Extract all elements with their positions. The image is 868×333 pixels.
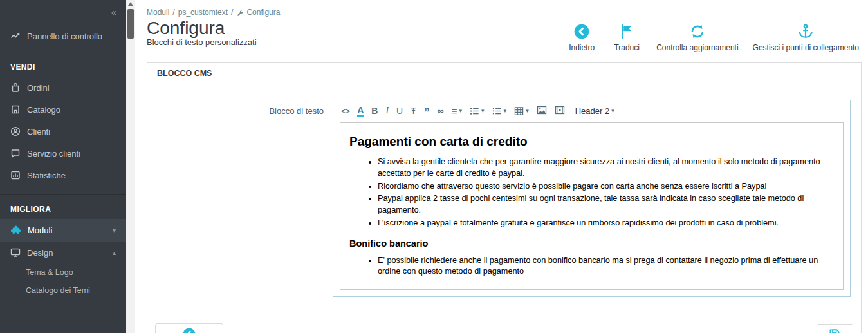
sidebar-item-catalog[interactable]: Catalogo (0, 99, 126, 120)
main-content: Moduli / ps_customtext / Configura Confi… (135, 0, 868, 333)
numbered-list-dropdown[interactable]: ▾ (492, 106, 507, 116)
back-to-list-button[interactable]: Torna alla lista (155, 323, 223, 333)
bold-button[interactable]: B (371, 106, 378, 115)
caret-down-icon: ▾ (611, 108, 614, 114)
sidebar-item-label: Catalogo (27, 105, 60, 115)
flag-icon (618, 23, 635, 40)
caret-down-icon: ▾ (459, 108, 463, 114)
page-title: Configura (147, 18, 257, 39)
translate-action-button[interactable]: Traduci (611, 23, 642, 52)
sidebar-section-improve: MIGLIORA (0, 195, 126, 219)
caret-down-icon: ▾ (481, 108, 485, 114)
action-label: Gestisci i punti di collegamento (753, 43, 859, 52)
scrollbar-thumb[interactable] (127, 9, 134, 39)
sidebar-item-label: Statistiche (27, 171, 66, 180)
sidebar-item-orders[interactable]: Ordini (0, 77, 126, 99)
monitor-icon (10, 247, 21, 258)
save-floppy-icon (828, 328, 841, 333)
sidebar-item-label: Servizio clienti (27, 149, 80, 158)
puzzle-icon (10, 225, 21, 236)
chevron-down-icon: ▾ (113, 227, 116, 234)
source-code-button[interactable]: <> (341, 107, 349, 115)
table-icon (514, 106, 524, 116)
align-icon: ≡ (452, 106, 457, 117)
breadcrumb-module-name[interactable]: ps_customtext (178, 8, 228, 17)
breadcrumb-separator: / (172, 8, 174, 17)
italic-button[interactable]: I (385, 106, 389, 115)
sidebar-item-modules[interactable]: Moduli ▾ (0, 219, 126, 242)
scrollbar-up-arrow[interactable] (128, 2, 133, 6)
numbered-list-icon (492, 106, 502, 116)
sidebar-section-sell: VENDI (0, 52, 126, 77)
sidebar-item-label: Clienti (27, 127, 50, 137)
breadcrumb-separator: / (231, 8, 233, 17)
sidebar: « Pannello di controllo VENDI Ordini Cat… (0, 0, 126, 333)
table-dropdown[interactable]: ▾ (514, 106, 529, 116)
sidebar-item-customers[interactable]: Clienti (0, 120, 126, 142)
wrench-icon (236, 9, 243, 16)
editor-bullet-list: Si avvisa la gentile clientela che per g… (378, 157, 834, 229)
align-dropdown[interactable]: ≡ ▾ (452, 106, 462, 117)
header-format-value: Header 2 (575, 106, 609, 116)
image-icon (537, 105, 547, 115)
caret-down-icon: ▾ (526, 108, 529, 114)
header-actions: Indietro Traduci Controlla aggiornamenti… (566, 23, 859, 52)
page-title-block: Configura Blocchi di testo personalizzat… (147, 17, 257, 47)
video-icon (555, 105, 565, 115)
sidebar-item-label: Design (27, 248, 53, 258)
editor-list-item: Paypal applica 2 tasse di pochi centesim… (378, 193, 834, 216)
sidebar-item-design[interactable]: Design ▴ (0, 242, 126, 263)
action-label: Controlla aggiornamenti (656, 43, 738, 52)
editor-content-area[interactable]: Pagamenti con carta di credito Si avvisa… (340, 122, 844, 290)
person-circle-icon (10, 126, 21, 137)
bar-chart-icon (10, 170, 21, 180)
cms-block-panel: BLOCCO CMS Blocco di testo <> A B I U Ŧ … (147, 62, 862, 333)
rich-text-editor: <> A B I U Ŧ ” ∞ ≡ ▾ ▾ (333, 100, 851, 297)
editor-subheading: Bonifico bancario (349, 238, 834, 249)
sidebar-item-customer-service[interactable]: Servizio clienti (0, 142, 126, 164)
editor-list-item: Ricordiamo che attraverso questo servizi… (378, 181, 834, 193)
editor-heading: Pagamenti con carta di credito (349, 135, 834, 149)
sidebar-subitem-theme-logo[interactable]: Tema & Logo (0, 263, 126, 281)
video-button[interactable] (555, 105, 565, 117)
bullet-list-icon (470, 106, 479, 116)
sidebar-item-label: Moduli (28, 225, 52, 235)
editor-toolbar: <> A B I U Ŧ ” ∞ ≡ ▾ ▾ (333, 100, 850, 121)
orders-bag-icon (10, 82, 21, 93)
sidebar-item-label: Pannello di controllo (27, 32, 102, 41)
editor-list-item: Si avvisa la gentile clientela che per g… (378, 157, 834, 180)
back-circle-icon (573, 23, 590, 40)
action-label: Traduci (614, 43, 640, 52)
underline-button[interactable]: U (396, 106, 403, 115)
sidebar-item-dashboard[interactable]: Pannello di controllo (0, 23, 126, 52)
anchor-icon (797, 23, 814, 40)
vertical-scrollbar[interactable] (126, 0, 135, 333)
caret-down-icon: ▾ (504, 108, 507, 114)
sidebar-collapse-button[interactable]: « (0, 0, 126, 23)
back-circle-icon (182, 327, 196, 333)
image-button[interactable] (537, 105, 547, 117)
text-block-label: Blocco di testo (158, 100, 333, 297)
trending-up-icon (10, 31, 21, 41)
editor-list-item: E' possibile richiedere anche il pagamen… (378, 255, 834, 278)
back-action-button[interactable]: Indietro (566, 23, 597, 52)
link-button[interactable]: ∞ (438, 106, 444, 115)
panel-title: BLOCCO CMS (147, 63, 861, 84)
manage-hooks-action-button[interactable]: Gestisci i punti di collegamento (753, 23, 859, 52)
blockquote-button[interactable]: ” (424, 111, 430, 115)
sidebar-subitem-theme-catalog[interactable]: Catalogo dei Temi (0, 281, 126, 300)
save-button[interactable]: Salva (817, 324, 853, 333)
strikethrough-button[interactable]: Ŧ (411, 106, 416, 115)
chat-bubble-icon (10, 148, 21, 158)
breadcrumb-configure: Configura (246, 8, 280, 17)
editor-bullet-list: E' possibile richiedere anche il pagamen… (378, 255, 834, 278)
refresh-icon (689, 23, 706, 40)
breadcrumb-modules[interactable]: Moduli (147, 8, 169, 17)
check-updates-action-button[interactable]: Controlla aggiornamenti (656, 23, 738, 52)
font-color-button[interactable]: A (357, 106, 364, 117)
chevron-up-icon: ▴ (113, 249, 116, 256)
bullet-list-dropdown[interactable]: ▾ (470, 106, 485, 116)
header-format-dropdown[interactable]: Header 2 ▾ (573, 106, 614, 116)
collapse-icon: « (111, 6, 116, 17)
sidebar-item-stats[interactable]: Statistiche (0, 164, 126, 186)
